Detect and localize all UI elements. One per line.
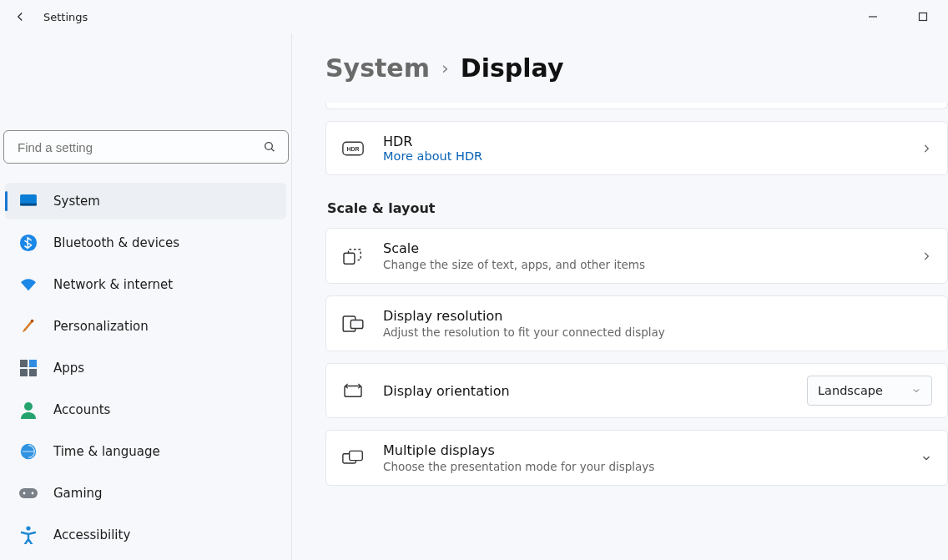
sidebar-item-label: Apps [53,361,84,376]
svg-point-16 [32,492,34,495]
svg-rect-5 [20,204,37,206]
chevron-down-icon [920,452,932,464]
card-title: HDR [383,134,902,149]
sidebar: System Bluetooth & devices Network & int… [0,33,292,560]
back-button[interactable] [7,3,33,30]
orientation-select[interactable]: Landscape [807,376,932,406]
sidebar-item-apps[interactable]: Apps [5,350,286,386]
orientation-value: Landscape [818,384,883,397]
settings-search[interactable] [3,130,289,164]
svg-rect-14 [19,488,38,498]
maximize-button[interactable] [905,3,941,30]
arrow-left-icon [13,9,28,24]
search-icon [263,140,276,154]
card-title: Scale [383,240,902,256]
accessibility-icon [18,525,38,545]
svg-rect-10 [20,369,28,376]
card-subtitle: Choose the presentation mode for your di… [383,460,902,473]
card-title: Multiple displays [383,442,902,458]
bluetooth-icon [18,233,38,253]
svg-text:HDR: HDR [347,146,360,152]
window-controls [855,3,941,30]
sidebar-item-personalization[interactable]: Personalization [5,308,286,345]
card-subtitle: Adjust the resolution to fit your connec… [383,325,932,339]
sidebar-item-bluetooth[interactable]: Bluetooth & devices [5,225,286,261]
svg-rect-1 [920,13,927,21]
scale-icon [341,247,365,265]
minimize-button[interactable] [855,3,891,30]
setting-card-orientation[interactable]: Display orientation Landscape [325,363,948,418]
svg-rect-11 [29,369,37,376]
setting-card-scale[interactable]: Scale Change the size of text, apps, and… [325,228,948,284]
search-input[interactable] [16,139,263,155]
svg-point-15 [23,492,26,495]
svg-line-3 [271,149,274,151]
svg-point-2 [265,143,273,150]
svg-rect-9 [29,360,37,367]
svg-rect-8 [20,360,28,367]
sidebar-item-network[interactable]: Network & internet [5,266,286,303]
hdr-icon: HDR [341,141,365,156]
chevron-right-icon: › [441,58,449,78]
sidebar-item-time-language[interactable]: Time & language [5,433,286,470]
display-icon [18,191,38,211]
sidebar-item-accessibility[interactable]: Accessibility [5,517,286,553]
svg-point-17 [26,526,30,530]
sidebar-item-label: Accounts [53,402,110,417]
sidebar-item-label: System [53,194,100,209]
sidebar-item-gaming[interactable]: Gaming [5,475,286,512]
sidebar-item-label: Bluetooth & devices [53,235,179,250]
chevron-right-icon [920,250,932,262]
multiple-displays-icon [341,450,365,467]
svg-rect-22 [350,320,363,328]
card-title: Display resolution [383,308,932,324]
title-bar: Settings [0,0,948,33]
wifi-icon [18,275,38,295]
sidebar-item-label: Time & language [53,444,160,459]
section-scale-layout: Scale & layout [327,200,948,216]
globe-clock-icon [18,441,38,462]
chevron-down-icon [911,386,921,396]
breadcrumb-parent[interactable]: System [325,53,430,83]
svg-rect-25 [350,451,363,460]
sidebar-item-accounts[interactable]: Accounts [5,391,286,428]
sidebar-item-label: Personalization [53,319,149,334]
layout: System Bluetooth & devices Network & int… [0,33,948,560]
app-title: Settings [43,11,88,23]
sidebar-item-label: Network & internet [53,277,173,292]
previous-card-edge [325,103,948,109]
main-panel: System › Display HDR HDR More about HDR … [292,33,948,560]
hdr-more-link[interactable]: More about HDR [383,149,902,163]
chevron-right-icon [920,143,932,154]
card-subtitle: Change the size of text, apps, and other… [383,258,902,271]
sidebar-item-system[interactable]: System [5,183,286,219]
orientation-icon [341,382,365,399]
nav-list: System Bluetooth & devices Network & int… [0,180,291,556]
gamepad-icon [18,483,38,503]
svg-point-12 [24,402,33,411]
paintbrush-icon [18,316,38,336]
setting-card-multiple-displays[interactable]: Multiple displays Choose the presentatio… [325,430,948,486]
minimize-icon [868,12,878,22]
breadcrumb-current: Display [461,53,564,83]
sidebar-item-label: Gaming [53,486,103,501]
card-title: Display orientation [383,383,789,399]
setting-card-resolution[interactable]: Display resolution Adjust the resolution… [325,295,948,351]
svg-point-7 [31,320,34,323]
breadcrumb: System › Display [325,53,948,83]
apps-icon [18,358,38,378]
maximize-icon [918,12,928,22]
setting-card-hdr[interactable]: HDR HDR More about HDR [325,121,948,175]
svg-rect-20 [344,253,355,264]
person-icon [18,400,38,420]
resolution-icon [341,315,365,332]
sidebar-item-label: Accessibility [53,527,130,542]
